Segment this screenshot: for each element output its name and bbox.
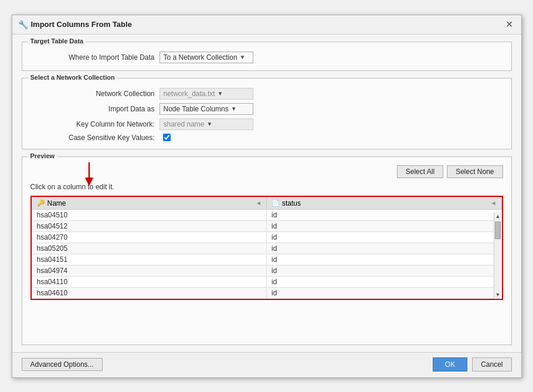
footer-right: OK Cancel (433, 357, 512, 371)
import-data-as-label: Import Data as (30, 105, 159, 113)
cell-status: id (267, 287, 502, 298)
table-header: 🔑 Name ◄ 📄 status ◄ (32, 197, 501, 209)
cell-status: id (267, 265, 502, 276)
col-status-label: status (282, 199, 301, 207)
case-sensitive-label: Case Sensitive Key Values: (30, 134, 159, 142)
scroll-thumb[interactable] (495, 221, 501, 239)
titlebar: 🔧 Import Columns From Table ✕ (12, 15, 521, 35)
key-column-row: Key Column for Network: shared name ▼ (30, 118, 503, 130)
case-sensitive-checkbox[interactable] (163, 134, 171, 141)
cell-name: hsa04510 (32, 209, 267, 220)
network-collection-row: Network Collection network_data.txt ▼ (30, 88, 503, 100)
import-data-control: Node Table Columns ▼ (159, 103, 253, 115)
where-to-import-row: Where to Import Table Data To a Network … (30, 52, 503, 63)
table-row[interactable]: hsa04610id (32, 287, 501, 298)
cell-name: hsa04110 (32, 276, 267, 287)
cell-status: id (267, 243, 502, 254)
import-data-as-row: Import Data as Node Table Columns ▼ (30, 103, 503, 115)
target-table-label: Target Table Data (28, 38, 86, 45)
preview-table: 🔑 Name ◄ 📄 status ◄ (32, 197, 502, 299)
cell-name: hsa05205 (32, 243, 267, 254)
select-none-button[interactable]: Select None (447, 165, 503, 178)
col-status-arrow: ◄ (491, 200, 497, 206)
cell-status: id (267, 209, 502, 220)
network-select-arrow: ▼ (218, 90, 223, 97)
import-data-arrow: ▼ (231, 105, 237, 112)
close-button[interactable]: ✕ (503, 19, 515, 30)
cell-name: hsa04512 (32, 220, 267, 231)
network-collection-label: Select a Network Collection (28, 74, 117, 81)
table-row[interactable]: hsa05205id (32, 243, 501, 254)
titlebar-left: 🔧 Import Columns From Table (18, 20, 132, 29)
where-to-import-label: Where to Import Table Data (30, 53, 159, 62)
table-row[interactable]: hsa04270id (32, 231, 501, 243)
key-column-arrow: ▼ (207, 121, 213, 127)
key-column-control: shared name ▼ (159, 118, 253, 130)
table-row[interactable]: hsa04512id (32, 220, 501, 231)
import-data-select[interactable]: Node Table Columns ▼ (159, 103, 253, 115)
key-icon: 🔑 (37, 199, 45, 207)
dialog-icon: 🔧 (18, 20, 28, 29)
table-row[interactable]: hsa04510id (32, 209, 501, 220)
table-row[interactable]: hsa04151id (32, 254, 501, 265)
scroll-up-icon[interactable]: ▲ (495, 213, 501, 219)
table-body: hsa04510idhsa04512idhsa04270idhsa05205id… (32, 209, 501, 298)
preview-buttons: Select All Select None (397, 165, 503, 178)
preview-header: Click on a column to edit it. Select All… (30, 165, 503, 191)
key-column-label: Key Column for Network: (30, 120, 159, 128)
preview-label: Preview (28, 152, 57, 159)
network-collection-control: network_data.txt ▼ (159, 88, 253, 100)
advanced-options-button[interactable]: Advanced Options... (22, 358, 103, 371)
col-header-status[interactable]: 📄 status ◄ (267, 197, 502, 209)
cell-name: hsa04151 (32, 254, 267, 265)
cell-status: id (267, 276, 502, 287)
import-columns-dialog: 🔧 Import Columns From Table ✕ Target Tab… (12, 15, 522, 378)
scroll-down-icon[interactable]: ▼ (495, 292, 501, 298)
target-table-section: Target Table Data Where to Import Table … (22, 42, 512, 71)
col-name-arrow: ◄ (256, 200, 262, 206)
footer-left: Advanced Options... (22, 358, 103, 371)
dialog-title: Import Columns From Table (31, 20, 132, 29)
select-all-button[interactable]: Select All (397, 165, 443, 178)
dialog-footer: Advanced Options... OK Cancel (12, 352, 521, 377)
cell-name: hsa04974 (32, 265, 267, 276)
ok-button[interactable]: OK (433, 357, 467, 371)
table-wrapper[interactable]: 🔑 Name ◄ 📄 status ◄ (32, 197, 502, 299)
where-to-import-control: To a Network Collection ▼ (159, 52, 253, 63)
col-name-label: Name (47, 199, 66, 207)
cell-name: hsa04610 (32, 287, 267, 298)
cell-status: id (267, 254, 502, 265)
case-sensitive-row: Case Sensitive Key Values: (30, 134, 503, 142)
network-collection-section: Select a Network Collection Network Coll… (22, 78, 512, 149)
network-collection-select[interactable]: network_data.txt ▼ (159, 88, 253, 100)
doc-icon: 📄 (271, 199, 280, 207)
red-arrow-icon (77, 159, 113, 186)
table-row[interactable]: hsa04974id (32, 265, 501, 276)
preview-instruction: Click on a column to edit it. (30, 183, 114, 191)
preview-section: Preview Click on a column to edit it. (22, 156, 512, 345)
cell-status: id (267, 220, 502, 231)
cancel-button[interactable]: Cancel (472, 357, 511, 371)
key-column-select[interactable]: shared name ▼ (159, 118, 253, 130)
cell-name: hsa04270 (32, 231, 267, 243)
table-row[interactable]: hsa04110id (32, 276, 501, 287)
dialog-body: Target Table Data Where to Import Table … (12, 35, 521, 352)
scrollbar[interactable]: ▲ ▼ (494, 212, 502, 299)
where-to-import-select[interactable]: To a Network Collection ▼ (159, 52, 253, 63)
cell-status: id (267, 231, 502, 243)
col-header-name[interactable]: 🔑 Name ◄ (32, 197, 267, 209)
network-collection-field-label: Network Collection (30, 90, 159, 98)
preview-table-container: 🔑 Name ◄ 📄 status ◄ (30, 196, 503, 300)
where-select-arrow: ▼ (240, 54, 246, 60)
